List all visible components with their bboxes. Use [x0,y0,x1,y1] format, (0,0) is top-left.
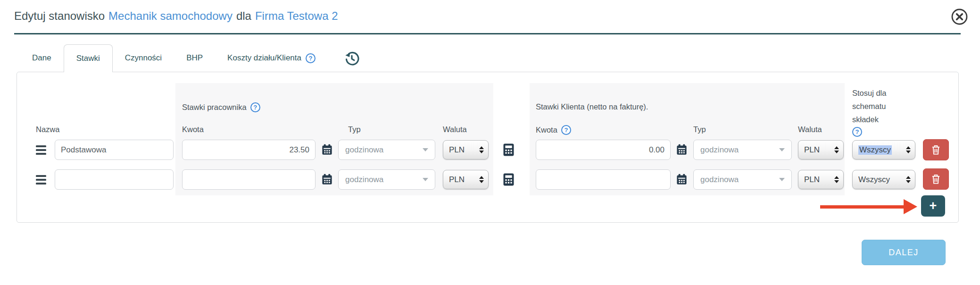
scheme-select[interactable]: Wszyscy [852,170,915,189]
calendar-button[interactable] [673,140,689,160]
chevron-down-icon [779,178,785,181]
calendar-icon [675,143,688,156]
employee-type-select[interactable]: godzinowa [338,169,435,190]
tab-bar: Dane Stawki Czynności BHP Koszty działu/… [20,44,360,72]
client-currency-select[interactable]: PLN [798,140,844,159]
company-link[interactable]: Firma Testowa 2 [255,9,338,23]
employee-section-label: Stawki pracownika [182,103,247,112]
tab-bhp-label: BHP [186,53,203,63]
select-spinner-icon [906,146,911,153]
tab-dane[interactable]: Dane [20,44,64,72]
select-spinner-icon [479,176,484,183]
title-prefix: Edytuj stanowisko [14,9,105,23]
employee-type-select[interactable]: godzinowa [338,140,435,160]
client-currency-select[interactable]: PLN [798,170,844,189]
client-currency-value: PLN [804,145,820,155]
drag-handle[interactable] [36,140,49,160]
calculator-icon [501,142,516,157]
calendar-icon [321,173,333,186]
close-icon [950,8,969,26]
rates-panel: Stawki pracownika ? Stawki Klienta (nett… [17,72,959,223]
help-icon[interactable]: ? [561,125,571,135]
calculator-icon [501,172,516,187]
tab-czynnosci[interactable]: Czynności [113,44,174,72]
name-input[interactable] [55,140,174,160]
scheme-column-header: Stosuj dla schematu składek [852,86,905,126]
history-icon [344,50,360,67]
add-rate-button[interactable]: + [921,195,945,217]
scheme-select[interactable]: Wszyscy [852,140,915,159]
tab-stawki[interactable]: Stawki [64,44,113,72]
title-divider [14,33,961,34]
calendar-button[interactable] [673,169,689,190]
chevron-down-icon [423,148,428,151]
delete-row-button[interactable] [923,168,949,190]
label-nazwa: Nazwa [36,125,59,134]
tab-czynnosci-label: Czynności [125,53,162,63]
label-typ-client: Typ [693,125,706,134]
calendar-icon [321,143,333,156]
select-spinner-icon [834,176,839,183]
client-currency-value: PLN [804,175,820,184]
drag-handle[interactable] [36,169,49,190]
trash-icon [930,173,941,185]
tab-bhp[interactable]: BHP [174,44,215,72]
scheme-value: Wszyscy [858,175,890,184]
help-icon[interactable]: ? [852,127,862,137]
delete-row-button[interactable] [923,139,949,160]
select-spinner-icon [834,146,839,153]
chevron-down-icon [423,178,428,181]
tab-koszty-label: Koszty działu/Klienta [227,53,301,63]
employee-type-value: godzinowa [345,145,383,155]
client-section-label: Stawki Klienta (netto na fakturę). [536,102,648,111]
employee-type-value: godzinowa [345,175,383,184]
client-amount-input[interactable] [536,140,671,160]
help-icon[interactable]: ? [306,53,316,63]
name-input[interactable] [55,169,174,190]
client-type-select[interactable]: godzinowa [693,140,792,160]
annotation-arrow [820,205,904,209]
client-amount-input[interactable] [536,169,671,190]
calendar-icon [675,173,688,186]
title-connector: dla [236,9,251,23]
tab-dane-label: Dane [32,53,51,63]
client-section-title: Stawki Klienta (netto na fakturę). [536,102,648,111]
employee-currency-select[interactable]: PLN [443,140,489,159]
chevron-down-icon [779,148,785,151]
employee-section-title: Stawki pracownika ? [182,102,260,112]
employee-amount-input[interactable] [182,169,316,190]
label-typ-employee: Typ [348,125,361,134]
tab-koszty[interactable]: Koszty działu/Klienta ? [215,44,328,72]
page-title: Edytuj stanowisko Mechanik samochodowy d… [14,9,338,23]
client-type-value: godzinowa [700,175,739,184]
label-waluta-client: Waluta [798,125,822,134]
calculator-button[interactable] [499,140,518,160]
label-kwota-client: Kwota ? [536,125,571,135]
select-spinner-icon [906,176,911,183]
calendar-button[interactable] [319,169,335,190]
employee-currency-select[interactable]: PLN [443,170,489,189]
client-type-value: godzinowa [700,145,739,155]
employee-currency-value: PLN [449,145,465,155]
label-waluta-employee: Waluta [443,125,467,134]
employee-amount-input[interactable] [182,140,316,160]
history-button[interactable] [344,44,360,72]
label-kwota-client-text: Kwota [536,126,557,134]
help-icon[interactable]: ? [250,102,260,112]
close-button[interactable] [950,7,969,26]
employee-currency-value: PLN [449,175,465,184]
next-button[interactable]: DALEJ [862,240,946,265]
tab-stawki-label: Stawki [76,54,100,63]
client-type-select[interactable]: godzinowa [693,169,792,190]
trash-icon [930,144,941,156]
select-spinner-icon [479,146,484,153]
label-kwota-employee: Kwota [182,125,204,134]
scheme-value: Wszyscy [858,145,892,155]
position-link[interactable]: Mechanik samochodowy [108,9,233,23]
calendar-button[interactable] [319,140,335,160]
calculator-button[interactable] [499,169,518,190]
